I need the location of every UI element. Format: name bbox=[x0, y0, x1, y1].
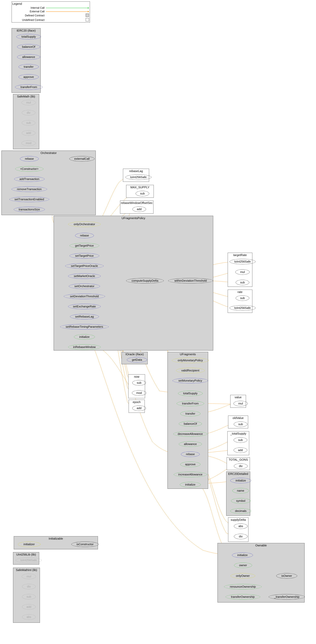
safemath-div: div bbox=[22, 110, 35, 116]
contract-ownable: Ownable bbox=[218, 543, 304, 602]
epoch-add: add bbox=[132, 406, 146, 411]
ufp-setorch: setOrchestrator bbox=[69, 284, 100, 289]
initializable-title: Initializable bbox=[14, 536, 98, 541]
uf-setmp: setMonetaryPolicy bbox=[173, 378, 208, 383]
smi-div: div bbox=[22, 584, 36, 589]
orch-txsize: transactionsSize bbox=[14, 207, 45, 212]
ufp-settargetoracle: setTargetPriceOracle bbox=[65, 263, 104, 269]
safemath-mul: mul bbox=[22, 100, 36, 105]
ufp-withindev: withinDeviationThreshold bbox=[168, 278, 213, 284]
ts-add: add bbox=[234, 448, 247, 453]
sd-div: div bbox=[234, 534, 248, 539]
erc20d-decimals: decimals bbox=[230, 508, 251, 514]
ierc20-title: IERC20 (iface) bbox=[12, 28, 41, 33]
uf-balanceof: balanceOf bbox=[179, 421, 202, 426]
init-isconstructor: isConstructor bbox=[71, 542, 99, 547]
oldvalue-title: oldValue bbox=[228, 416, 248, 420]
ufp-setdev: setDeviationThreshold bbox=[64, 294, 105, 299]
ufp-gettarget: getTargetPrice bbox=[70, 243, 99, 248]
legend-arrow-green-icon bbox=[46, 8, 89, 8]
own-isowner: isOwner bbox=[276, 573, 297, 578]
value-mul: mul bbox=[233, 401, 248, 406]
uf-allowance: allowance bbox=[179, 442, 202, 447]
ufp-settiming: setRebaseTimingParameters bbox=[60, 324, 109, 330]
legend-internal: Internal Call bbox=[13, 6, 46, 10]
now-sub: sub bbox=[132, 380, 146, 386]
safemath-title: SafeMath (lib) bbox=[13, 94, 39, 99]
ufragments-title: UFragments bbox=[168, 352, 208, 356]
totalgons-title: TOTAL_GONS bbox=[227, 458, 250, 462]
ts-sub: sub bbox=[234, 437, 247, 443]
ioracle-title: IOracle (iface) bbox=[122, 352, 147, 356]
erc20d-init: initialize bbox=[230, 478, 251, 483]
legend-swatch-white-icon bbox=[86, 18, 89, 21]
uf-transferfrom: transferFrom bbox=[177, 401, 204, 406]
ufp-setrebaselag: setRebaseLag bbox=[70, 314, 99, 319]
own-transfer: transferOwnership bbox=[226, 594, 260, 600]
uf-rebase: rebase bbox=[181, 452, 200, 457]
value-title: value bbox=[230, 395, 246, 400]
orch-removetx: removeTransaction bbox=[12, 186, 47, 192]
targetrate-sub: sub bbox=[236, 280, 249, 285]
uf-transfer: transfer bbox=[180, 411, 200, 416]
maxsupply-sub: sub bbox=[136, 191, 149, 196]
maxsupply-title: MAX_SUPPLY bbox=[126, 185, 153, 190]
rate-sub: sub bbox=[236, 296, 249, 301]
orch-rebase: rebase bbox=[20, 156, 39, 162]
targetrate-mul: mul bbox=[235, 269, 250, 275]
ufp-inrebasewin: inRebaseWindow bbox=[68, 344, 101, 350]
uf-approve: approve bbox=[180, 462, 200, 467]
ownable-title: Ownable bbox=[218, 543, 304, 548]
ufp-rebase: rebase bbox=[75, 233, 94, 238]
targetrate-toint: toInt256Safe bbox=[230, 259, 255, 264]
ierc20-totalsupply: totalSupply bbox=[16, 34, 41, 40]
now-mod: mod bbox=[132, 390, 146, 396]
smi-add: add bbox=[22, 604, 36, 610]
erc20d-symbol: symbol bbox=[231, 498, 250, 504]
safemath-add: add bbox=[22, 130, 35, 136]
safemathint-title: SafeMathInt (lib) bbox=[13, 568, 40, 572]
orch-externalcall: externalCall bbox=[69, 156, 95, 162]
ufp-setexch: setExchangeRate bbox=[68, 304, 101, 309]
own-owner: owner bbox=[234, 562, 252, 568]
ufp-initialize: initialize bbox=[74, 334, 95, 340]
ierc20-transfer: transfer bbox=[19, 64, 39, 70]
uf-totalsupply: totalSupply bbox=[178, 391, 203, 396]
rwo-add: add bbox=[132, 206, 146, 212]
uf-onlymp: onlyMonetaryPolicy bbox=[172, 358, 209, 363]
legend-title: Legend bbox=[12, 2, 90, 6]
own-_transfer: _transferOwnership bbox=[269, 594, 305, 600]
legend-arrow-orange-icon bbox=[46, 12, 89, 12]
uint256lib-toint: toInt256Safe bbox=[16, 558, 42, 563]
safemath-mod: mod bbox=[22, 140, 36, 146]
tg-div: div bbox=[234, 464, 248, 469]
uf-validrecip: validRecipient bbox=[176, 368, 205, 373]
uint256lib-title: UInt256Lib (lib) bbox=[13, 552, 39, 557]
rebaselag-title: rebaseLag bbox=[123, 169, 149, 173]
ufp-title: UFragmentsPolicy bbox=[54, 216, 213, 220]
rwo-title: rebaseWindowOffsetSec bbox=[120, 201, 153, 205]
erc20d-title: ERC20Detailed bbox=[226, 472, 250, 476]
rebaselag-toint: toInt256Safe bbox=[125, 174, 151, 180]
sd-abs: abs bbox=[234, 524, 248, 529]
own-init: initialize bbox=[232, 552, 253, 558]
smi-sub: sub bbox=[22, 594, 36, 600]
legend-external: External Call bbox=[13, 10, 46, 13]
supplydelta-title: supplyDelta bbox=[228, 518, 248, 522]
own-renounce: renounceOwnership bbox=[224, 584, 262, 590]
legend-swatch-gray-icon bbox=[86, 14, 89, 17]
ioracle-getdata: getData bbox=[127, 357, 147, 362]
targetrate-title: targetRate bbox=[228, 253, 252, 257]
ufp-computesupply: computeSupplyDelta bbox=[126, 278, 164, 284]
erc20d-name: name bbox=[232, 488, 249, 494]
ierc20-approve: approve bbox=[19, 74, 39, 80]
rate-toint: toInt256Safe bbox=[230, 305, 255, 311]
smi-mul: mul bbox=[22, 574, 36, 579]
now-title: now bbox=[128, 374, 145, 379]
ufp-onlyorch: onlyOrchestrator bbox=[68, 222, 101, 227]
legend-box: Legend Internal Call External Call Defin… bbox=[12, 2, 90, 22]
orchestrator-title: Orchestrator bbox=[2, 151, 96, 155]
smi-abs: abs bbox=[22, 614, 36, 620]
orch-constructor: <Constructor> bbox=[15, 166, 43, 172]
own-onlyowner: onlyOwner bbox=[231, 573, 255, 578]
